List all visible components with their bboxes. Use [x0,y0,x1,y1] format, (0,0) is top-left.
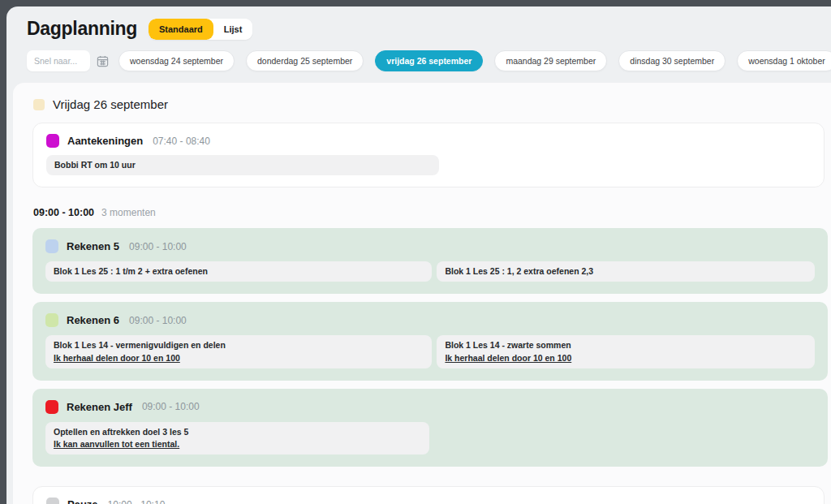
moment-color-chip [45,239,58,253]
day-title: Vrijdag 26 september [53,97,168,111]
moment-block-rekenen-5: Rekenen 5 09:00 - 10:00 Blok 1 Les 25 : … [32,228,828,294]
app-window: Dagplanning Standaard Lijst woensdag 24 … [6,6,831,504]
date-tab-woensdag-1-oktober[interactable]: woensdag 1 oktober [737,50,831,71]
note-field[interactable]: Blok 1 Les 14 - vermenigvuldigen en dele… [45,335,432,368]
moment-color-chip [46,134,59,148]
date-tab-dinsdag-30-september[interactable]: dinsdag 30 september [618,50,726,71]
date-navigation: woensdag 24 september donderdag 25 septe… [6,40,831,71]
moment-time: 07:40 - 08:40 [153,136,210,147]
notes-grid: Optellen en aftrekken doel 3 les 5 Ik ka… [45,422,815,454]
notes-grid: Blok 1 Les 25 : 1 t/m 2 + extra oefenen … [45,261,815,282]
day-color-chip [33,99,45,110]
moment-name[interactable]: Rekenen 5 [67,240,119,252]
goal-link[interactable]: Ik herhaal delen door 10 en 100 [445,352,807,364]
moment-header: Rekenen 6 09:00 - 10:00 [45,313,815,327]
moment-color-chip [45,313,58,327]
moment-header: Rekenen Jeff 09:00 - 10:00 [45,400,815,414]
aantekeningen-card: Aantekeningen 07:40 - 08:40 Bobbi RT om … [32,123,825,187]
moment-color-chip [46,498,59,504]
date-tab-woensdag-24-september[interactable]: woensdag 24 september [118,50,235,71]
note-field[interactable]: Blok 1 Les 25 : 1, 2 extra oefenen 2,3 [437,261,815,282]
timeslot-range: 09:00 - 10:00 [33,207,94,218]
moment-time: 09:00 - 10:00 [129,241,187,252]
goal-link[interactable]: Ik kan aanvullen tot een tiental. [54,438,421,450]
moment-color-chip [45,400,58,414]
note-text: Blok 1 Les 25 : 1 t/m 2 + extra oefenen [54,265,424,278]
moment-header: Aantekeningen 07:40 - 08:40 [46,134,811,148]
note-text: Optellen en aftrekken doel 3 les 5 [54,426,421,438]
moment-time: 09:00 - 10:00 [129,315,187,326]
titlebar: Dagplanning Standaard Lijst [6,6,831,40]
day-heading: Vrijdag 26 september [27,97,831,111]
note-field[interactable]: Optellen en aftrekken doel 3 les 5 Ik ka… [45,422,429,454]
toggle-standaard[interactable]: Standaard [149,19,213,40]
moment-name[interactable]: Pauze [67,498,98,504]
note-field[interactable]: Blok 1 Les 25 : 1 t/m 2 + extra oefenen [45,261,432,282]
calendar-icon[interactable] [97,54,109,68]
moment-header: Pauze 10:00 - 10:10 [46,498,811,504]
note-text: Blok 1 Les 14 - vermenigvuldigen en dele… [54,339,424,351]
moment-time: 10:00 - 10:10 [108,499,166,504]
note-text: Bobbi RT om 10 uur [54,159,431,171]
moment-name[interactable]: Rekenen 6 [67,314,119,326]
date-tab-donderdag-25-september[interactable]: donderdag 25 september [246,50,364,71]
moment-name[interactable]: Aantekeningen [67,135,143,147]
page-title: Dagplanning [27,18,137,40]
note-text: Blok 1 Les 25 : 1, 2 extra oefenen 2,3 [445,265,807,278]
notes-grid: Blok 1 Les 14 - vermenigvuldigen en dele… [45,335,815,368]
note-field[interactable]: Blok 1 Les 14 - zwarte sommen Ik herhaal… [437,335,815,368]
note-field[interactable]: Bobbi RT om 10 uur [46,155,439,175]
day-panel: Vrijdag 26 september Aantekeningen 07:40… [13,83,831,504]
toggle-lijst[interactable]: Lijst [213,19,253,40]
moment-name[interactable]: Rekenen Jeff [67,401,132,413]
date-tab-maandag-29-september[interactable]: maandag 29 september [494,50,607,71]
view-toggle: Standaard Lijst [149,19,252,40]
note-text: Blok 1 Les 14 - zwarte sommen [445,339,807,351]
moment-block-rekenen-6: Rekenen 6 09:00 - 10:00 Blok 1 Les 14 - … [32,302,828,380]
timeslot-header: 09:00 - 10:00 3 momenten [27,207,831,218]
goal-link[interactable]: Ik herhaal delen door 10 en 100 [54,352,424,364]
pauze-card: Pauze 10:00 - 10:10 [32,486,825,504]
moment-block-rekenen-jeff: Rekenen Jeff 09:00 - 10:00 Optellen en a… [32,389,828,467]
moment-time: 09:00 - 10:00 [142,401,200,412]
timeslot-count: 3 momenten [101,207,156,218]
search-input[interactable] [27,50,90,71]
date-pills: woensdag 24 september donderdag 25 septe… [118,50,831,71]
date-tab-vrijdag-26-september[interactable]: vrijdag 26 september [375,50,483,71]
moment-header: Rekenen 5 09:00 - 10:00 [45,239,815,253]
